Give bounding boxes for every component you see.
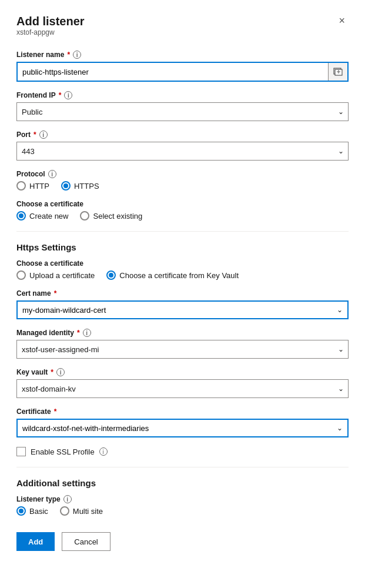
listener-name-input[interactable] — [18, 63, 328, 81]
ssl-profile-group: Enable SSL Profile i — [16, 447, 349, 456]
additional-settings-title: Additional settings — [16, 478, 349, 488]
cert-keyvault-label: Choose a certificate from Key Vault — [119, 271, 239, 280]
ssl-profile-info-icon[interactable]: i — [99, 447, 108, 456]
listener-type-label: Listener type i — [16, 495, 349, 503]
panel-header: Add listener xstof-appgw × — [16, 14, 349, 48]
footer: Add Cancel — [16, 532, 349, 551]
cert-choice-group: Choose a certificate Create new Select e… — [16, 200, 349, 220]
frontend-ip-select[interactable]: Public Private — [16, 102, 349, 121]
managed-identity-select[interactable]: xstof-user-assigned-mi — [16, 340, 349, 359]
managed-identity-group: Managed identity * i xstof-user-assigned… — [16, 329, 349, 359]
cert-create-new-radio[interactable] — [16, 211, 26, 220]
listener-name-label: Listener name * i — [16, 51, 349, 59]
listener-name-action-button[interactable] — [328, 63, 347, 81]
protocol-https-label: HTTPS — [74, 182, 99, 191]
cert-name-group: Cert name * ⌄ — [16, 289, 349, 319]
listener-type-basic-label: Basic — [29, 507, 48, 516]
listener-type-basic-radio[interactable] — [16, 506, 26, 516]
listener-type-radio-group: Basic Multi site — [16, 506, 349, 516]
cert-create-new-label: Create new — [29, 212, 68, 220]
managed-identity-info-icon[interactable]: i — [83, 329, 91, 337]
protocol-http-radio[interactable] — [16, 181, 26, 191]
certificate-required: * — [54, 407, 57, 416]
key-vault-select[interactable]: xstof-domain-kv — [16, 379, 349, 398]
ssl-profile-checkbox[interactable] — [16, 447, 26, 456]
add-listener-panel: Add listener xstof-appgw × Listener name… — [0, 0, 365, 588]
section-divider-2 — [16, 467, 349, 467]
cert-name-wrapper: ⌄ — [16, 300, 349, 319]
cert-choice2-label: Choose a certificate — [16, 259, 349, 268]
protocol-group: Protocol i HTTP HTTPS — [16, 170, 349, 191]
managed-identity-required: * — [77, 329, 80, 337]
key-vault-group: Key vault * i xstof-domain-kv ⌄ — [16, 368, 349, 398]
port-label: Port * i — [16, 131, 349, 139]
frontend-ip-info-icon[interactable]: i — [64, 91, 72, 99]
key-vault-required: * — [51, 368, 53, 376]
action-icon — [333, 68, 343, 76]
cert-keyvault-option[interactable]: Choose a certificate from Key Vault — [106, 270, 239, 280]
listener-type-group: Listener type i Basic Multi site — [16, 495, 349, 516]
https-settings-title: Https Settings — [16, 242, 349, 252]
key-vault-label: Key vault * i — [16, 368, 349, 376]
cert-choice2-group: Choose a certificate Upload a certificat… — [16, 259, 349, 280]
protocol-https-option[interactable]: HTTPS — [61, 181, 99, 191]
cert-select-existing-label: Select existing — [93, 212, 142, 220]
listener-name-info-icon[interactable]: i — [73, 51, 81, 59]
cert-select-existing-option[interactable]: Select existing — [80, 211, 142, 220]
frontend-ip-label: Frontend IP * i — [16, 91, 349, 99]
cert-upload-radio[interactable] — [16, 270, 26, 280]
cert-select-existing-radio[interactable] — [80, 211, 89, 220]
protocol-label: Protocol i — [16, 170, 349, 178]
cert-choice2-radio-group: Upload a certificate Choose a certificat… — [16, 270, 349, 280]
port-input[interactable] — [16, 142, 349, 161]
panel-title-block: Add listener xstof-appgw — [16, 14, 85, 48]
close-button[interactable]: × — [335, 14, 349, 27]
cert-upload-label: Upload a certificate — [29, 271, 95, 280]
section-divider-1 — [16, 231, 349, 232]
cert-choice-label: Choose a certificate — [16, 200, 349, 208]
cert-name-input[interactable] — [18, 302, 347, 318]
cert-create-new-option[interactable]: Create new — [16, 211, 68, 220]
panel-subtitle: xstof-appgw — [16, 28, 85, 36]
certificate-wrapper: ⌄ — [16, 419, 349, 437]
listener-name-input-wrapper — [16, 62, 349, 82]
port-group: Port * i ⌄ — [16, 131, 349, 161]
cert-name-label: Cert name * — [16, 289, 349, 298]
protocol-info-icon[interactable]: i — [48, 170, 56, 178]
certificate-input[interactable] — [18, 420, 347, 436]
listener-type-multisite-label: Multi site — [73, 507, 103, 516]
listener-name-required: * — [67, 51, 70, 59]
managed-identity-label: Managed identity * i — [16, 329, 349, 337]
listener-name-group: Listener name * i — [16, 51, 349, 82]
listener-type-basic-option[interactable]: Basic — [16, 506, 48, 516]
cert-keyvault-radio[interactable] — [106, 270, 116, 280]
panel-title: Add listener — [16, 14, 85, 28]
port-required: * — [34, 131, 36, 139]
frontend-ip-group: Frontend IP * i Public Private ⌄ — [16, 91, 349, 121]
cert-upload-option[interactable]: Upload a certificate — [16, 270, 95, 280]
ssl-profile-checkbox-item[interactable]: Enable SSL Profile i — [16, 447, 349, 456]
cert-name-required: * — [54, 289, 57, 298]
certificate-group: Certificate * ⌄ — [16, 407, 349, 437]
frontend-ip-wrapper: Public Private ⌄ — [16, 102, 349, 121]
key-vault-info-icon[interactable]: i — [56, 368, 65, 376]
protocol-http-label: HTTP — [29, 182, 49, 191]
port-wrapper: ⌄ — [16, 142, 349, 161]
cert-choice-radio-group: Create new Select existing — [16, 211, 349, 220]
certificate-label: Certificate * — [16, 407, 349, 416]
ssl-profile-label: Enable SSL Profile — [31, 447, 95, 456]
frontend-ip-required: * — [59, 91, 62, 99]
listener-type-multisite-option[interactable]: Multi site — [60, 506, 103, 516]
cancel-button[interactable]: Cancel — [62, 532, 110, 551]
listener-type-multisite-radio[interactable] — [60, 506, 69, 516]
listener-type-info-icon[interactable]: i — [63, 495, 72, 503]
protocol-https-radio[interactable] — [61, 181, 71, 191]
protocol-http-option[interactable]: HTTP — [16, 181, 49, 191]
protocol-radio-group: HTTP HTTPS — [16, 181, 349, 191]
add-button[interactable]: Add — [16, 532, 55, 551]
port-info-icon[interactable]: i — [39, 131, 48, 139]
key-vault-wrapper: xstof-domain-kv ⌄ — [16, 379, 349, 398]
managed-identity-wrapper: xstof-user-assigned-mi ⌄ — [16, 340, 349, 359]
